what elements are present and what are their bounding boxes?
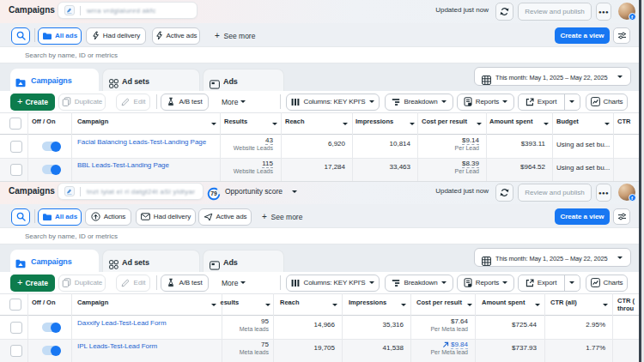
- svg-text:79: 79: [210, 190, 217, 196]
